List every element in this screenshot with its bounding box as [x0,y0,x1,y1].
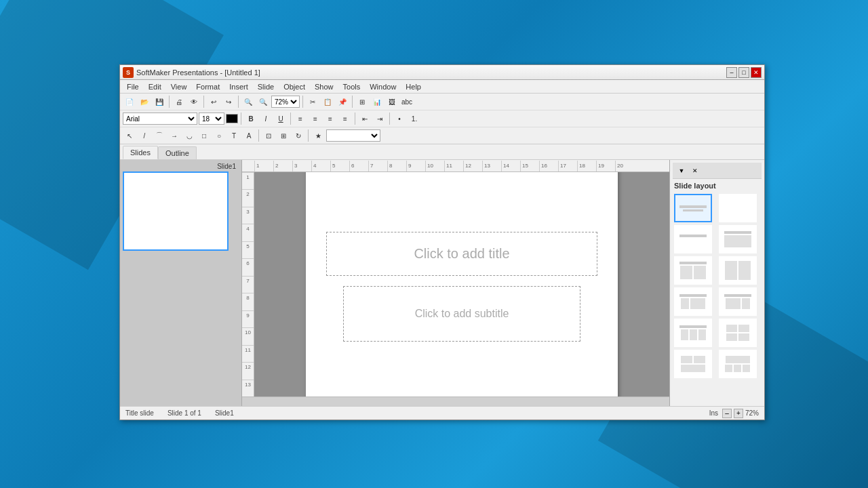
underline-button[interactable]: U [274,112,288,125]
layout-title-slide[interactable] [674,194,712,222]
close-button[interactable]: ✕ [751,67,762,78]
draw-rect-button[interactable]: □ [197,129,211,142]
layout-8[interactable] [719,287,757,316]
spell-check-button[interactable]: abc [400,95,414,108]
separator-4 [302,96,303,108]
layout-12[interactable] [719,350,757,378]
menu-window[interactable]: Window [366,81,400,92]
rotate-button[interactable]: ↻ [292,129,305,142]
save-button[interactable]: 💾 [153,95,166,108]
menu-slide[interactable]: Slide [254,81,278,92]
print-button[interactable]: 🖨 [172,95,186,108]
decrease-indent-button[interactable]: ⇤ [358,112,372,125]
increase-indent-button[interactable]: ⇥ [373,112,387,125]
font-size-select[interactable]: 18 [199,113,224,125]
menu-help[interactable]: Help [401,81,425,92]
layout-col2 [738,261,751,280]
insert-table-button[interactable]: ⊞ [355,95,369,108]
align-right-button[interactable]: ≡ [323,112,337,125]
tab-slides[interactable]: Slides [123,146,158,159]
horizontal-scrollbar[interactable] [242,396,669,406]
undo-button[interactable]: ↩ [207,95,220,108]
panel-close-btn[interactable]: ✕ [689,165,701,177]
style-select[interactable] [326,129,380,142]
menu-show[interactable]: Show [311,81,338,92]
draw-ellipse-button[interactable]: ○ [212,129,226,142]
cut-button[interactable]: ✂ [306,95,319,108]
draw-arc-button[interactable]: ◡ [182,129,196,142]
font-color-box[interactable] [226,114,238,123]
bullet-list-button[interactable]: • [393,112,406,125]
ruler-vertical: 1 2 3 4 5 6 7 8 9 10 11 12 13 [242,172,254,396]
status-mode: Ins [709,409,718,417]
select-button[interactable]: ↖ [123,129,136,142]
title-placeholder[interactable]: Click to add title [326,232,597,276]
tab-outline[interactable]: Outline [158,146,197,159]
layout-12-bottom [725,365,750,372]
menu-format[interactable]: Format [192,81,224,92]
layout-title-content[interactable] [719,225,757,253]
slide-canvas: Click to add title Click to add subtitle [306,172,618,396]
paste-button[interactable]: 📌 [336,95,349,108]
preview-button[interactable]: 👁 [187,95,201,108]
draw-text-button[interactable]: T [227,129,241,142]
star-button[interactable]: ★ [311,129,325,142]
menu-insert[interactable]: Insert [225,81,252,92]
layout-panel-title: Slide layout [673,179,762,192]
new-button[interactable]: 📄 [123,95,136,108]
layout-12-content [725,356,750,372]
zoom-out-button[interactable]: 🔍 [241,95,255,108]
layout-two-content[interactable] [674,256,712,285]
zoom-select[interactable]: 72% [271,96,300,108]
zoom-in-button[interactable]: 🔍 [256,95,270,108]
bold-button[interactable]: B [244,112,258,125]
status-layout-name: Title slide [125,409,154,417]
slide-thumbnail[interactable] [123,171,229,251]
maximize-button[interactable]: □ [738,67,749,78]
separator-6 [241,113,241,125]
layout-title-only[interactable] [674,225,712,253]
zoom-decrease-button[interactable]: – [722,409,732,418]
menu-view[interactable]: View [167,81,191,92]
subtitle-placeholder[interactable]: Click to add subtitle [343,286,580,342]
layout-11[interactable] [674,350,712,378]
layout-9[interactable] [674,319,712,347]
layout-10-box1 [726,325,737,332]
center-area: 1 2 3 4 5 6 7 8 9 10 11 12 13 14 15 16 1 [242,160,669,406]
layout-10[interactable] [719,319,757,347]
minimize-button[interactable]: – [726,67,737,78]
layout-12-box2 [734,365,741,372]
layout-7-box1 [681,298,689,309]
italic-button[interactable]: I [259,112,273,125]
font-name-select[interactable]: Arial [123,113,197,125]
copy-button[interactable]: 📋 [321,95,334,108]
panel-menu-btn[interactable]: ▼ [675,165,688,177]
insert-image-button[interactable]: 🖼 [385,95,399,108]
draw-line-button[interactable]: / [138,129,151,142]
layout-blank[interactable] [719,194,757,222]
layout-7[interactable] [674,287,712,316]
menu-tools[interactable]: Tools [339,81,365,92]
menu-edit[interactable]: Edit [144,81,165,92]
ungroup-button[interactable]: ⊞ [277,129,290,142]
draw-curve-button[interactable]: ⌒ [153,129,166,142]
align-left-button[interactable]: ≡ [294,112,307,125]
menu-object[interactable]: Object [279,81,309,92]
menu-file[interactable]: File [123,81,143,92]
numbered-list-button[interactable]: 1. [408,112,421,125]
separator-2 [203,96,204,108]
ruler-tick: 19 [596,161,615,171]
justify-button[interactable]: ≡ [338,112,352,125]
align-center-button[interactable]: ≡ [309,112,322,125]
open-button[interactable]: 📂 [138,95,151,108]
redo-button[interactable]: ↪ [222,95,235,108]
layout-two-column[interactable] [719,256,757,285]
ruler-v-tick: 2 [242,189,254,206]
draw-arrow-button[interactable]: → [167,129,181,142]
layout-10-box3 [726,333,737,341]
insert-chart-button[interactable]: 📊 [370,95,384,108]
slide-thumb-label: Slide1 [123,163,239,170]
zoom-increase-button[interactable]: + [734,409,743,418]
insert-wordart-button[interactable]: A [242,129,256,142]
group-button[interactable]: ⊡ [262,129,275,142]
